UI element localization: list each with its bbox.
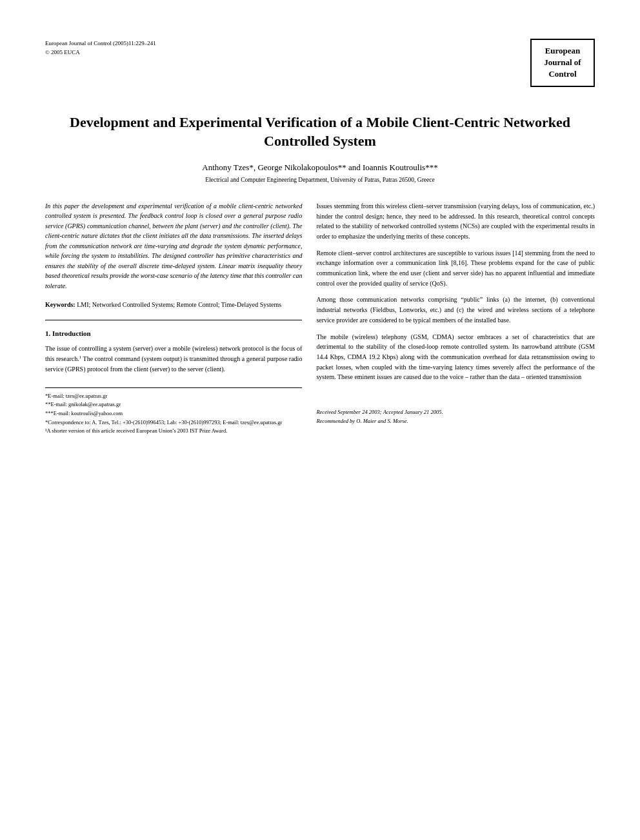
footnote-1: *E-mail: tzes@ee.upatras.gr: [45, 392, 302, 401]
journal-line2: © 2005 EUCA: [45, 48, 156, 57]
logo-line2: Journal of: [541, 57, 585, 68]
journal-line1: European Journal of Control (2005)11:229…: [45, 39, 156, 48]
received-info: Received September 24 2003; Accepted Jan…: [316, 408, 595, 425]
footnote-5: ¹A shorter version of this article recei…: [45, 427, 302, 436]
page: European Journal of Control (2005)11:229…: [0, 0, 640, 840]
section1-para1: The issue of controlling a system (serve…: [45, 344, 302, 374]
right-para3: Among those communication networks compr…: [316, 295, 595, 325]
right-para4: The mobile (wireless) telephony (GSM, CD…: [316, 332, 595, 382]
authors: Anthony Tzes*, George Nikolakopoulos** a…: [45, 162, 595, 173]
footnote-ref-1: 1: [79, 355, 82, 360]
logo-line1: European: [541, 45, 585, 57]
recommended-by: Recommended by O. Maier and S. Morse.: [316, 417, 595, 426]
journal-logo: European Journal of Control: [530, 39, 595, 87]
footnote-4: *Correspondence to: A. Tzes, Tel.: +30-(…: [45, 418, 302, 427]
received-date: Received September 24 2003; Accepted Jan…: [316, 408, 595, 417]
keywords: Keywords: LMI; Networked Controlled Syst…: [45, 300, 302, 309]
journal-info-left: European Journal of Control (2005)11:229…: [45, 39, 156, 57]
left-column: In this paper the development and experi…: [45, 201, 302, 436]
footnote-2: **E-mail: gnikolak@ee.upatras.gr: [45, 400, 302, 409]
right-para2: Remote client–server control architectur…: [316, 248, 595, 289]
right-para1: Issues stemming from this wireless clien…: [316, 201, 595, 242]
top-header: European Journal of Control (2005)11:229…: [45, 39, 595, 87]
affiliation: Electrical and Computer Engineering Depa…: [45, 177, 595, 183]
right-column: Issues stemming from this wireless clien…: [316, 201, 595, 436]
divider: [45, 320, 302, 320]
two-column-layout: In this paper the development and experi…: [45, 201, 595, 436]
article-title: Development and Experimental Verificatio…: [45, 113, 595, 151]
logo-line3: Control: [541, 68, 585, 80]
keywords-text: LMI; Networked Controlled Systems; Remot…: [77, 301, 281, 308]
keywords-label: Keywords:: [45, 301, 75, 308]
footnotes: *E-mail: tzes@ee.upatras.gr **E-mail: gn…: [45, 387, 302, 436]
footnote-3: ***E-mail: koutroulis@yahoo.com: [45, 409, 302, 418]
abstract-text: In this paper the development and experi…: [45, 201, 302, 291]
section1-heading: 1. Introduction: [45, 329, 302, 337]
